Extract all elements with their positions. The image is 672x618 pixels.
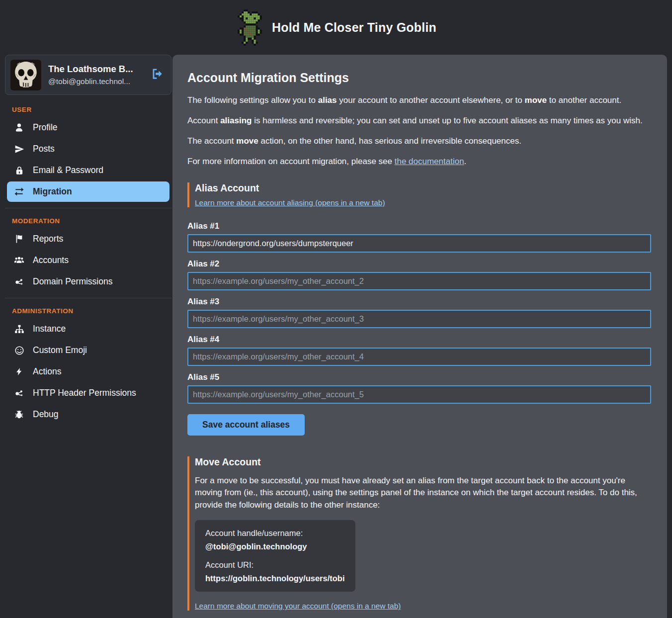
smiley-icon: [14, 345, 24, 355]
alias-5-label: Alias #5: [187, 372, 651, 382]
move-account-section: Move Account For a move to be successful…: [187, 456, 651, 611]
alias-4-label: Alias #4: [187, 335, 651, 345]
padlock-icon: [14, 165, 24, 176]
account-handle-group: Account handle/username: @tobi@goblin.te…: [205, 529, 345, 551]
section-label-user: USER: [12, 106, 171, 113]
sidebar-item-label: Posts: [33, 144, 55, 154]
sidebar-item-email-password[interactable]: Email & Password: [7, 160, 169, 180]
user-meta: The Loathsome B... @tobi@goblin.technol.…: [48, 64, 144, 86]
exchange-arrows-icon: [14, 186, 24, 197]
section-label-moderation: MODERATION: [12, 217, 171, 225]
alias-field-1: Alias #1: [187, 221, 651, 253]
sidebar-item-posts[interactable]: Posts: [7, 139, 169, 159]
share-nodes-icon: [14, 276, 24, 287]
sidebar-item-label: Domain Permissions: [33, 276, 112, 287]
sidebar-item-debug[interactable]: Debug: [7, 404, 169, 425]
bolt-icon: [14, 366, 24, 377]
alias-field-2: Alias #2: [187, 259, 651, 290]
flag-icon: [14, 234, 24, 244]
sidebar-item-label: Actions: [33, 366, 61, 377]
sidebar-item-http-header-permissions[interactable]: HTTP Header Permissions: [7, 383, 169, 403]
sidebar-item-actions[interactable]: Actions: [7, 361, 169, 382]
sidebar-item-label: Accounts: [33, 255, 69, 265]
app-header: Hold Me Closer Tiny Goblin: [0, 0, 672, 55]
sidebar-item-label: Custom Emoji: [33, 345, 87, 355]
user-card[interactable]: The Loathsome B... @tobi@goblin.technol.…: [5, 55, 171, 95]
bug-icon: [14, 409, 24, 420]
goblin-pixel-logo-icon: [236, 9, 264, 46]
sign-out-icon[interactable]: [151, 67, 164, 83]
alias-1-label: Alias #1: [187, 221, 651, 231]
account-uri-value: https://goblin.technology/users/tobi: [205, 574, 345, 583]
section-label-administration: ADMINISTRATION: [12, 307, 171, 315]
alias-2-label: Alias #2: [187, 259, 651, 269]
instance-title: Hold Me Closer Tiny Goblin: [272, 20, 436, 35]
sidebar-item-profile[interactable]: Profile: [7, 117, 169, 138]
main-panel: Account Migration Settings The following…: [172, 55, 667, 618]
nav-section-user: USER Profile Posts: [5, 106, 171, 202]
sidebar-item-label: Profile: [33, 122, 58, 133]
account-uri-group: Account URI: https://goblin.technology/u…: [205, 560, 345, 583]
nav-section-administration: ADMINISTRATION Instance Custom Emoji: [5, 298, 171, 425]
intro-paragraph: Account aliasing is harmless and reversi…: [187, 116, 651, 126]
alias-3-input[interactable]: [187, 310, 651, 328]
save-account-aliases-button[interactable]: Save account aliases: [187, 414, 305, 436]
sidebar-item-label: Debug: [33, 409, 59, 420]
sitemap-icon: [14, 324, 24, 334]
sidebar-item-instance[interactable]: Instance: [7, 319, 169, 339]
user-icon: [14, 122, 24, 133]
sidebar: The Loathsome B... @tobi@goblin.technol.…: [0, 55, 172, 618]
users-icon: [14, 255, 24, 265]
inline-doc-link[interactable]: the documentation: [395, 157, 464, 166]
sidebar-item-domain-permissions[interactable]: Domain Permissions: [7, 271, 169, 292]
sidebar-item-label: Migration: [33, 186, 72, 197]
intro-paragraph: The following settings allow you to alia…: [187, 95, 651, 105]
move-account-description: For a move to be successful, you must ha…: [195, 475, 651, 511]
skull-avatar: [10, 60, 41, 90]
alias-field-5: Alias #5: [187, 372, 651, 404]
alias-field-4: Alias #4: [187, 335, 651, 366]
user-handle: @tobi@goblin.technol...: [48, 77, 144, 86]
alias-5-input[interactable]: [187, 385, 651, 404]
intro-paragraph: The account move action, on the other ha…: [187, 136, 651, 146]
move-docs-link[interactable]: Learn more about moving your account (op…: [195, 602, 401, 611]
alias-2-input[interactable]: [187, 272, 651, 290]
side-nav: USER Profile Posts: [5, 106, 171, 425]
sidebar-item-label: Instance: [33, 324, 66, 334]
sidebar-item-reports[interactable]: Reports: [7, 229, 169, 249]
sidebar-item-label: Email & Password: [33, 165, 103, 176]
paper-plane-icon: [14, 144, 24, 154]
account-details-box: Account handle/username: @tobi@goblin.te…: [195, 520, 355, 592]
sidebar-item-accounts[interactable]: Accounts: [7, 250, 169, 270]
account-handle-value: @tobi@goblin.technology: [205, 542, 345, 551]
alias-account-heading: Alias Account: [195, 182, 651, 194]
alias-docs-link[interactable]: Learn more about account aliasing (opens…: [195, 198, 385, 207]
alias-account-section-header: Alias Account Learn more about account a…: [187, 182, 651, 207]
intro-paragraph: For more information on account migratio…: [187, 157, 651, 167]
move-account-heading: Move Account: [195, 456, 651, 468]
alias-3-label: Alias #3: [187, 297, 651, 307]
alias-field-3: Alias #3: [187, 297, 651, 328]
sidebar-item-label: HTTP Header Permissions: [33, 388, 136, 398]
account-handle-label: Account handle/username:: [205, 529, 345, 538]
sidebar-item-migration[interactable]: Migration: [7, 181, 169, 202]
account-uri-label: Account URI:: [205, 560, 345, 570]
alias-1-input[interactable]: [187, 234, 651, 253]
share-nodes-icon: [14, 388, 24, 398]
sidebar-item-label: Reports: [33, 234, 63, 244]
alias-4-input[interactable]: [187, 348, 651, 366]
nav-section-moderation: MODERATION Reports Accounts: [5, 208, 171, 292]
page-title: Account Migration Settings: [187, 71, 651, 85]
sidebar-item-custom-emoji[interactable]: Custom Emoji: [7, 340, 169, 360]
user-display-name: The Loathsome B...: [48, 64, 144, 75]
